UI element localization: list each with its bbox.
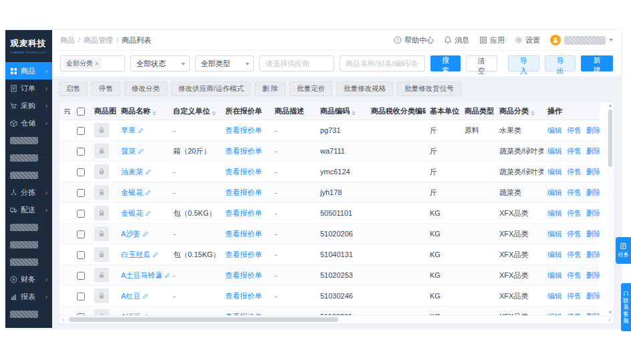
edit-action-link[interactable]: 编辑 xyxy=(547,230,562,238)
row-checkbox[interactable] xyxy=(77,148,85,156)
delete-action-link[interactable]: 删除 xyxy=(586,168,600,176)
bulk-action-button[interactable]: 删 除 xyxy=(255,81,285,96)
task-widget[interactable]: 任务 xyxy=(616,237,631,264)
scroll-right-icon[interactable]: › xyxy=(606,317,614,323)
bulk-action-button[interactable]: 批量修改规格 xyxy=(336,81,393,96)
sidebar-item-redacted[interactable] xyxy=(5,166,52,184)
sidebar-item-sorting[interactable]: 分拣› xyxy=(5,184,52,201)
view-quote-link[interactable]: 查看报价单 xyxy=(225,230,262,238)
view-quote-link[interactable]: 查看报价单 xyxy=(225,292,262,300)
breadcrumb-item[interactable]: 商品 xyxy=(60,35,75,45)
row-checkbox[interactable] xyxy=(77,127,85,135)
row-checkbox[interactable] xyxy=(77,189,85,197)
view-quote-link[interactable]: 查看报价单 xyxy=(225,147,262,155)
product-name-link[interactable]: A红豆 xyxy=(121,291,140,301)
stop-sale-action-link[interactable]: 停售 xyxy=(567,126,582,134)
stop-sale-action-link[interactable]: 停售 xyxy=(567,147,582,155)
delete-action-link[interactable]: 删除 xyxy=(586,209,600,217)
stop-sale-action-link[interactable]: 停售 xyxy=(567,271,582,279)
horizontal-scroll-track[interactable] xyxy=(68,316,606,323)
sort-icon[interactable] xyxy=(212,111,216,116)
user-menu[interactable] xyxy=(550,35,613,45)
export-button[interactable]: 导出 xyxy=(545,55,576,71)
customer-service-widget[interactable]: 联系客服 xyxy=(621,283,631,331)
category-filter[interactable]: 全部分类 × xyxy=(60,55,125,71)
view-quote-link[interactable]: 查看报价单 xyxy=(225,313,262,316)
scroll-down-icon[interactable]: ▼ xyxy=(608,309,613,315)
sidebar-item-redacted[interactable] xyxy=(5,132,52,149)
status-select[interactable]: 全部状态 xyxy=(130,55,190,71)
product-name-link[interactable]: 金银花 xyxy=(121,188,143,198)
product-name-link[interactable]: A绿豆 xyxy=(121,312,140,316)
sidebar-item-redacted[interactable] xyxy=(5,149,52,166)
sidebar-item-redacted[interactable] xyxy=(5,253,52,270)
delete-action-link[interactable]: 删除 xyxy=(586,292,600,300)
sidebar-item-report[interactable]: 报表› xyxy=(5,288,52,305)
row-checkbox[interactable] xyxy=(77,293,85,301)
bulk-action-button[interactable]: 停售 xyxy=(92,81,120,96)
sidebar-item-storage[interactable]: 仓储› xyxy=(5,114,52,132)
row-checkbox[interactable] xyxy=(77,230,85,238)
horizontal-scrollbar[interactable]: ‹ › xyxy=(59,315,614,323)
vertical-scrollbar[interactable]: ▲ ▼ xyxy=(607,102,614,315)
row-checkbox[interactable] xyxy=(77,272,85,280)
stop-sale-action-link[interactable]: 停售 xyxy=(567,250,582,258)
stop-sale-action-link[interactable]: 停售 xyxy=(567,168,582,176)
delete-action-link[interactable]: 删除 xyxy=(586,250,600,258)
search-button[interactable]: 搜索 xyxy=(430,55,461,71)
delete-action-link[interactable]: 删除 xyxy=(586,230,600,238)
product-name-link[interactable]: 白玉丝瓜 xyxy=(121,250,150,260)
product-name-link[interactable]: 苹果 xyxy=(121,126,136,136)
edit-action-link[interactable]: 编辑 xyxy=(547,168,562,176)
sort-icon[interactable] xyxy=(152,111,156,116)
view-quote-link[interactable]: 查看报价单 xyxy=(225,271,262,279)
sort-icon[interactable] xyxy=(352,111,356,116)
bulk-action-button[interactable]: 修改供应商/运作模式 xyxy=(171,81,251,96)
edit-action-link[interactable]: 编辑 xyxy=(547,250,562,258)
sidebar-item-redacted[interactable] xyxy=(5,305,52,323)
product-name-link[interactable]: A土豆马铃薯 xyxy=(121,270,162,281)
sidebar-item-redacted[interactable] xyxy=(5,236,52,253)
bulk-action-button[interactable]: 批量定价 xyxy=(289,81,332,96)
scroll-up-icon[interactable]: ▲ xyxy=(608,102,613,108)
breadcrumb-item[interactable]: 商品管理 xyxy=(84,35,113,45)
stop-sale-action-link[interactable]: 停售 xyxy=(567,188,582,196)
create-button[interactable]: 新 建 xyxy=(581,55,613,71)
row-checkbox[interactable] xyxy=(77,313,85,315)
column-header-code[interactable]: 商品编码 xyxy=(316,102,367,120)
select-all-checkbox[interactable] xyxy=(77,108,85,116)
scroll-left-icon[interactable]: ‹ xyxy=(59,317,68,323)
supplier-input[interactable] xyxy=(259,55,334,71)
table-scroll-area[interactable]: 商品图片商品名称自定义单位所在报价单商品描述商品编码商品税收分类编码基本单位商品… xyxy=(59,102,614,315)
sidebar-item-product[interactable]: 商品› xyxy=(5,62,52,79)
view-quote-link[interactable]: 查看报价单 xyxy=(225,209,262,217)
bulk-action-button[interactable]: 批量修改货位号 xyxy=(397,81,461,96)
delete-action-link[interactable]: 删除 xyxy=(586,313,600,316)
bulk-action-button[interactable]: 启售 xyxy=(59,81,88,96)
view-quote-link[interactable]: 查看报价单 xyxy=(225,250,262,258)
sidebar-item-finance[interactable]: ¥财务› xyxy=(5,270,52,288)
column-header-name[interactable]: 商品名称 xyxy=(117,102,169,120)
view-quote-link[interactable]: 查看报价单 xyxy=(225,168,262,176)
sidebar-item-redacted[interactable] xyxy=(5,218,52,236)
import-button[interactable]: 导入 xyxy=(508,55,539,71)
column-header-unit[interactable]: 自定义单位 xyxy=(169,102,221,120)
message-button[interactable]: 消息 xyxy=(444,35,469,45)
edit-action-link[interactable]: 编辑 xyxy=(547,147,562,155)
product-name-link[interactable]: 油麦菜 xyxy=(121,167,143,177)
vertical-scroll-thumb[interactable] xyxy=(608,110,612,167)
type-select[interactable]: 全部类型 xyxy=(195,55,255,71)
product-name-link[interactable]: A沙姜 xyxy=(121,229,140,239)
delete-action-link[interactable]: 删除 xyxy=(586,271,600,279)
stop-sale-action-link[interactable]: 停售 xyxy=(567,209,582,217)
edit-action-link[interactable]: 编辑 xyxy=(547,313,562,316)
delete-action-link[interactable]: 删除 xyxy=(586,126,600,134)
stop-sale-action-link[interactable]: 停售 xyxy=(567,313,582,316)
stop-sale-action-link[interactable]: 停售 xyxy=(567,230,582,238)
product-name-link[interactable]: 菠菜 xyxy=(121,146,136,156)
edit-action-link[interactable]: 编辑 xyxy=(547,292,562,300)
row-checkbox[interactable] xyxy=(77,251,85,259)
sidebar-item-purchase[interactable]: 采购› xyxy=(5,97,52,114)
sidebar-item-order[interactable]: 订单› xyxy=(5,79,52,97)
delete-action-link[interactable]: 删除 xyxy=(586,147,600,155)
